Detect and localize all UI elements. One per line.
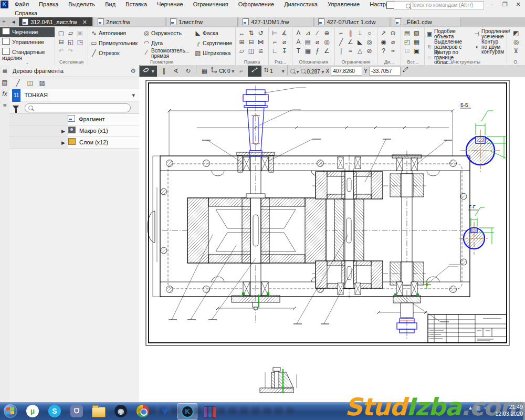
parallel-icon[interactable]: ∥ xyxy=(346,29,354,37)
menu-panel-icon[interactable]: ≡ xyxy=(0,100,9,111)
marker-icon[interactable]: ⊕ xyxy=(323,29,331,37)
panelset-standard-button[interactable]: Стандартные изделия xyxy=(0,47,55,59)
gear-icon[interactable]: ⚙ xyxy=(130,65,136,77)
zoom-scale-select[interactable]: 0.287 ▾ xyxy=(301,66,324,77)
length-icon[interactable]: ⌀ xyxy=(389,38,397,46)
tool-hatch[interactable]: ▨Штриховка xyxy=(194,48,234,58)
datum-icon[interactable]: ⊿ xyxy=(304,29,312,37)
restore-button[interactable]: ❐ xyxy=(499,1,511,8)
taskbar-skype[interactable]: S xyxy=(45,403,64,419)
menu-edit[interactable]: Правка xyxy=(35,0,62,8)
menu-insert[interactable]: Вставка xyxy=(121,0,151,8)
zoom-mode-button[interactable]: ▾ xyxy=(290,66,299,77)
detail-fragment-bottom[interactable] xyxy=(260,368,297,393)
menu-view[interactable]: Вид xyxy=(101,0,120,8)
expand-arrow-icon[interactable]: ▶ xyxy=(61,129,65,134)
redo-icon[interactable]: ↷ xyxy=(67,47,75,55)
pinion-shaft2[interactable] xyxy=(334,198,364,263)
line-style-select[interactable]: 11 ТОНКАЯ ▾ xyxy=(9,89,139,101)
tree-node-fragment[interactable]: Фрагмент xyxy=(9,114,139,125)
drawing-svg[interactable]: Б-Б Г-Г xyxy=(139,77,525,402)
perpendicular-icon[interactable]: ⊥ xyxy=(356,29,364,37)
trim-icon[interactable]: ↔ xyxy=(238,29,246,37)
block-icon[interactable]: ⊘ xyxy=(365,47,373,55)
tool-contour-two[interactable]: ◖Контур по двум контурам xyxy=(473,39,506,49)
drawing-canvas[interactable]: Б-Б Г-Г xyxy=(139,77,525,402)
variables-panel-icon[interactable]: fx xyxy=(0,88,9,100)
equal-icon[interactable]: = xyxy=(346,47,354,55)
menu-help[interactable]: Справка xyxy=(10,9,41,17)
linear-dim-icon[interactable]: ⊢ xyxy=(271,29,279,37)
insert-fragment-icon[interactable]: ▤ xyxy=(403,29,411,37)
coord-y-value[interactable]: -33.7057 xyxy=(369,67,401,76)
deform-icon[interactable]: ⋈ xyxy=(257,38,265,46)
save-icon[interactable]: ▣ xyxy=(76,29,84,37)
line-style-tool-icon[interactable]: ╱ xyxy=(13,77,23,89)
chevron-down-icon[interactable]: ▾ xyxy=(132,89,135,101)
leader-icon[interactable]: ∕ xyxy=(313,29,321,37)
tool-arc[interactable]: ◠Дуга xyxy=(143,38,193,48)
text-icon[interactable]: T xyxy=(295,47,302,55)
tool-contour-boundary[interactable]: ◌Контур по границе облас... xyxy=(426,49,472,60)
tool-rectangle[interactable]: ▭Прямоугольник xyxy=(90,38,141,48)
taskbar-discord[interactable]: ᗜ xyxy=(67,403,86,419)
funnel-icon[interactable] xyxy=(13,106,19,110)
concentric-icon[interactable]: ◎ xyxy=(365,38,373,46)
app-logo-icon[interactable]: K xyxy=(1,1,8,8)
snap-parallel-icon[interactable]: ∥ xyxy=(159,66,169,77)
section-icon[interactable]: ◎ xyxy=(323,38,331,46)
measure-icon[interactable]: ↗ xyxy=(380,29,387,37)
angle-constraint-icon[interactable]: ∠ xyxy=(346,38,354,46)
taskbar-steam[interactable]: ◉ xyxy=(111,403,130,419)
shift-icon[interactable]: ▱ xyxy=(238,47,246,55)
tab-document-0[interactable]: 312.04\1_лист.frw✕ xyxy=(19,17,93,26)
point-info-icon[interactable]: ⊙ xyxy=(389,29,397,37)
coordinate-system-select[interactable]: СК 0 ▾ xyxy=(211,66,234,77)
new-document-icon[interactable]: ▢ xyxy=(57,29,65,37)
ordinate-dim-icon[interactable]: ∟ xyxy=(271,47,279,55)
taskbar-clock[interactable]: 21:49 12.03.2020 xyxy=(495,404,523,417)
tangent-icon[interactable]: ○ xyxy=(365,29,373,37)
deviation-icon[interactable]: ≈ xyxy=(389,47,397,55)
target-icon[interactable]: ◎ xyxy=(512,38,520,46)
tab-document-1[interactable]: 2лист.frw xyxy=(94,17,165,26)
menu-constraints[interactable]: Ограничения xyxy=(189,0,233,8)
gear-wheel-large[interactable] xyxy=(187,198,326,263)
copy-props-icon[interactable]: ◫ xyxy=(247,47,255,55)
coincidence-icon[interactable]: ⌐ xyxy=(337,29,345,37)
tree-node-layers[interactable]: ▶ Слои (x12) xyxy=(9,137,139,149)
tool-extend-trim[interactable]: ⊣Продление/ усечение xyxy=(473,28,506,39)
taskbar-utorrent[interactable]: µ xyxy=(23,403,42,419)
tab-document-3[interactable]: 427-1\DM1.frw xyxy=(239,17,313,26)
image-tool-icon[interactable]: ▨ xyxy=(37,77,47,89)
symmetry-icon[interactable]: △ xyxy=(356,47,364,55)
equidistant-icon[interactable]: ≌ xyxy=(257,47,265,55)
letter-a-icon[interactable]: A xyxy=(295,38,302,46)
check-icon[interactable]: ? xyxy=(380,47,387,55)
table-icon[interactable]: ▦ xyxy=(304,47,312,55)
tool-circle[interactable]: ◎Окружность xyxy=(143,28,193,38)
grid-icon[interactable]: ▦ xyxy=(199,66,209,77)
tab-scroll-left[interactable]: ◂ xyxy=(9,17,17,26)
tool-segment[interactable]: ╱Отрезок xyxy=(90,48,141,58)
coord-x-value[interactable]: 407.8260 xyxy=(331,67,362,76)
menu-drawing[interactable]: Черчение xyxy=(153,0,187,8)
panelset-management-button[interactable]: Управление xyxy=(0,37,55,47)
insert-table-icon[interactable]: ▦ xyxy=(413,38,421,46)
command-search-input[interactable]: Поиск по командам (Alt+/) xyxy=(394,1,484,9)
tool-autoline[interactable]: ∿Автолиния xyxy=(90,28,141,38)
panelset-drawing-button[interactable]: Черчение xyxy=(0,27,55,37)
print-preview-icon[interactable]: ◱ xyxy=(67,38,75,46)
area-icon[interactable]: ◉ xyxy=(380,38,387,46)
line-constraint-icon[interactable]: ╱ xyxy=(337,38,345,46)
insert-picture-icon[interactable]: ◰ xyxy=(403,38,411,46)
groups-tool-icon[interactable]: ◫ xyxy=(25,77,35,89)
tree-node-macro[interactable]: ▶ Макро (x1) xyxy=(9,125,139,137)
diameter-dim-icon[interactable]: ⌀ xyxy=(280,38,288,46)
expand-arrow-icon[interactable]: ▶ xyxy=(61,140,65,145)
tab-document-2[interactable]: 1лист.frw xyxy=(167,17,238,26)
tool-select-dims[interactable]: ≋Выделение размеров с ру... xyxy=(426,39,472,49)
pen-button[interactable] xyxy=(402,66,409,77)
pin-icon[interactable]: ⊻ xyxy=(512,47,520,55)
menu-diagnostics[interactable]: Диагностика xyxy=(280,0,322,8)
